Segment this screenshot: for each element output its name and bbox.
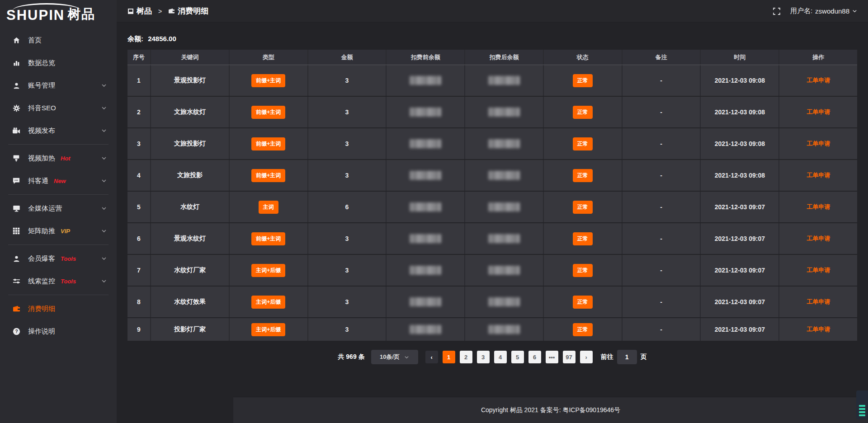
cell-keyword: 水纹灯效果: [151, 287, 230, 317]
status-badge: 正常: [573, 201, 593, 214]
censored-balance: [410, 171, 441, 180]
cell-action: 工单申请: [779, 287, 857, 317]
breadcrumb-root[interactable]: 树品: [127, 6, 152, 16]
cell-remark: -: [623, 287, 701, 317]
fullscreen-icon[interactable]: [773, 8, 780, 15]
cell-balance-after: [465, 255, 544, 286]
work-order-link[interactable]: 工单申请: [807, 266, 830, 274]
brand-logo[interactable]: SHUPIN 树品: [0, 0, 117, 27]
page-button-5[interactable]: 5: [511, 351, 524, 363]
cell-status: 正常: [544, 223, 623, 254]
page-ellipsis-button[interactable]: •••: [546, 351, 558, 363]
table-row: 8 水纹灯效果 主词+后缀 3 正常 - 2021-12-03 09:07 工单…: [127, 287, 857, 318]
work-order-link[interactable]: 工单申请: [807, 171, 830, 179]
cell-balance-before: [387, 287, 465, 317]
type-badge: 前缀+主词: [251, 137, 285, 150]
wallet-icon: [168, 8, 175, 14]
table-header-row: 序号 关键词 类型 金额 扣费前余额 扣费后余额 状态 备注 时间 操作: [127, 50, 857, 65]
work-order-link[interactable]: 工单申请: [807, 325, 830, 334]
page-button-3[interactable]: 3: [477, 351, 490, 363]
cell-type: 前缀+主词: [230, 160, 308, 191]
cell-amount: 3: [308, 65, 387, 96]
page-button-2[interactable]: 2: [460, 351, 472, 363]
cell-type: 主词+后缀: [230, 255, 308, 286]
status-badge: 正常: [573, 169, 593, 182]
sidebar-item-lead-monitor[interactable]: 线索监控 Tools: [0, 270, 117, 292]
cell-amount: 3: [308, 97, 387, 127]
next-page-button[interactable]: ›: [580, 351, 593, 363]
status-badge: 正常: [573, 232, 593, 245]
sidebar-item-home[interactable]: 首页: [0, 29, 117, 52]
svg-text:?: ?: [15, 329, 18, 334]
sidebar-item-matrix-boost[interactable]: 矩阵助推 VIP: [0, 220, 117, 242]
cell-balance-after: [465, 97, 544, 127]
cell-time: 2021-12-03 09:07: [701, 287, 779, 317]
work-order-link[interactable]: 工单申请: [807, 203, 830, 211]
sidebar-item-account-management[interactable]: 账号管理: [0, 74, 117, 97]
type-badge: 前缀+主词: [251, 232, 285, 245]
col-header-balance-after: 扣费后余额: [465, 50, 544, 65]
cell-balance-after: [465, 160, 544, 191]
sidebar-item-video-heat[interactable]: 视频加热 Hot: [0, 147, 117, 169]
sidebar-item-all-media[interactable]: 全媒体运营: [0, 197, 117, 220]
new-badge: New: [54, 178, 66, 184]
work-order-link[interactable]: 工单申请: [807, 140, 830, 148]
cell-index: 4: [127, 160, 151, 191]
sidebar-item-douyin-seo[interactable]: 抖音SEO: [0, 97, 117, 119]
cell-status: 正常: [544, 255, 623, 286]
cell-index: 5: [127, 192, 151, 222]
cell-balance-after: [465, 318, 544, 341]
censored-balance: [410, 76, 441, 85]
cell-index: 7: [127, 255, 151, 286]
username-label: 用户名:: [790, 7, 812, 15]
work-order-link[interactable]: 工单申请: [807, 76, 830, 85]
table-row: 7 水纹灯厂家 主词+后缀 3 正常 - 2021-12-03 09:07 工单…: [127, 255, 857, 287]
cell-keyword: 水纹灯: [151, 192, 230, 222]
page-button-6[interactable]: 6: [528, 351, 541, 363]
type-badge: 主词: [259, 201, 278, 214]
cell-action: 工单申请: [779, 128, 857, 159]
status-badge: 正常: [573, 323, 593, 336]
sidebar-item-data-overview[interactable]: 数据总览: [0, 52, 117, 74]
work-order-link[interactable]: 工单申请: [807, 298, 830, 306]
breadcrumb-separator: >: [158, 8, 162, 15]
sidebar-item-instructions[interactable]: ? 操作说明: [0, 320, 117, 343]
floating-contact-widget[interactable]: [856, 390, 868, 419]
cell-keyword: 文旅投影: [151, 160, 230, 191]
goto-label: 前往: [601, 353, 613, 361]
cell-remark: -: [623, 255, 701, 286]
cell-time: 2021-12-03 09:07: [701, 192, 779, 222]
sidebar-item-consumption-detail[interactable]: 消费明细: [0, 297, 117, 320]
work-order-link[interactable]: 工单申请: [807, 235, 830, 243]
gear-icon: [12, 104, 21, 112]
consumption-table: 序号 关键词 类型 金额 扣费前余额 扣费后余额 状态 备注 时间 操作 1 景…: [127, 50, 857, 341]
sidebar-item-member-baoke[interactable]: 会员爆客 Tools: [0, 247, 117, 270]
page-button-1[interactable]: 1: [443, 351, 455, 363]
col-header-amount: 金额: [308, 50, 387, 65]
tools-badge: Tools: [61, 255, 76, 262]
cell-balance-before: [387, 65, 465, 96]
cell-time: 2021-12-03 09:08: [701, 128, 779, 159]
cell-time: 2021-12-03 09:07: [701, 318, 779, 341]
prev-page-button[interactable]: ‹: [425, 351, 438, 363]
cell-balance-before: [387, 223, 465, 254]
sidebar-item-video-publish[interactable]: 视频发布: [0, 119, 117, 142]
goto-page-input[interactable]: [617, 350, 637, 364]
cell-status: 正常: [544, 160, 623, 191]
table-row: 2 文旅水纹灯 前缀+主词 3 正常 - 2021-12-03 09:08 工单…: [127, 97, 857, 128]
logo-arc-decoration: [13, 3, 80, 10]
page-button-4[interactable]: 4: [494, 351, 507, 363]
vip-badge: VIP: [61, 228, 70, 235]
cell-action: 工单申请: [779, 318, 857, 341]
page-button-97[interactable]: 97: [563, 351, 576, 363]
cell-balance-after: [465, 65, 544, 96]
cell-time: 2021-12-03 09:07: [701, 223, 779, 254]
work-order-link[interactable]: 工单申请: [807, 108, 830, 116]
cell-type: 前缀+主词: [230, 223, 308, 254]
censored-balance: [488, 325, 520, 334]
censored-balance: [488, 108, 520, 117]
user-menu[interactable]: 用户名: zswodun88: [790, 7, 857, 15]
sidebar-item-douketong[interactable]: 抖客通 New: [0, 169, 117, 192]
page-size-select[interactable]: 10条/页: [371, 350, 418, 364]
breadcrumb-root-label: 树品: [137, 6, 152, 16]
